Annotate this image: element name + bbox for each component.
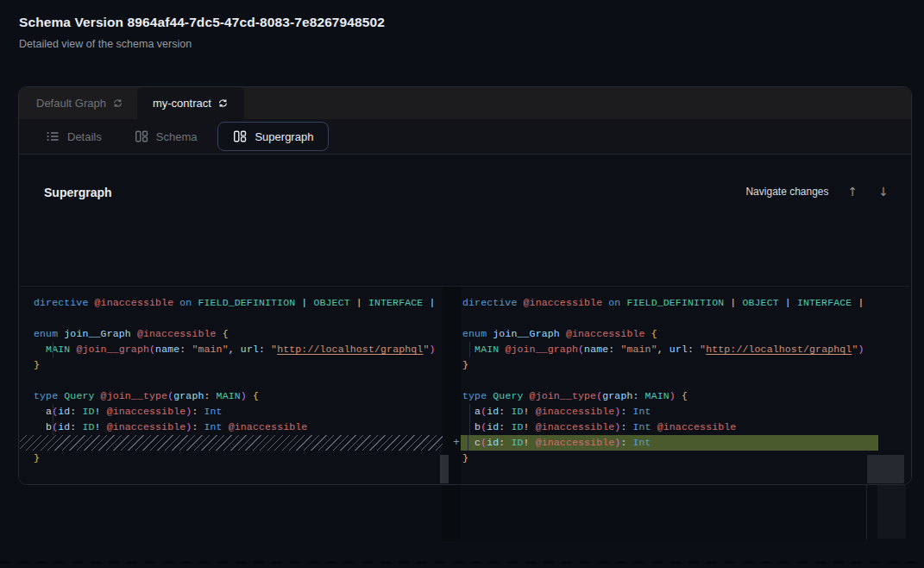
subtab-supergraph[interactable]: Supergraph: [217, 122, 329, 151]
removed-placeholder-line: [20, 435, 443, 451]
navigate-previous-button[interactable]: ↑: [846, 184, 860, 199]
variant-fork-icon: [217, 98, 229, 109]
added-code-line: c(id: ID! @inaccessible): Int: [461, 435, 878, 451]
navigate-next-button[interactable]: ↓: [877, 184, 890, 199]
tab-default-graph[interactable]: Default Graph: [19, 87, 137, 119]
code-line: directive @inaccessible on FIELD_DEFINIT…: [462, 295, 878, 311]
indent-guide: [53, 404, 53, 420]
graph-variant-tabbar: Default Graph my-contract: [19, 87, 911, 119]
code-line: }: [34, 357, 443, 373]
code-line: [462, 311, 878, 326]
page-title: Schema Version 8964af44-7dc5-47cd-8083-7…: [19, 15, 385, 30]
page-subtitle: Detailed view of the schema version: [19, 38, 192, 50]
code-line: enum join__Graph @inaccessible {: [462, 326, 878, 342]
diff-left-pane[interactable]: directive @inaccessible on FIELD_DEFINIT…: [20, 287, 443, 483]
code-line: enum join__Graph @inaccessible {: [34, 326, 443, 342]
indent-guide: [468, 435, 468, 451]
code-line: }: [462, 451, 878, 466]
code-line: a(id: ID! @inaccessible): Int: [34, 404, 443, 420]
diff-pane-divider: [443, 287, 461, 483]
editor-overflow-background: [460, 485, 866, 542]
code-line: [34, 311, 443, 326]
navigate-changes: Navigate changes ↑ ↓: [745, 184, 890, 199]
right-pane-scrollbar[interactable]: [867, 455, 904, 483]
bottom-dashed-edge: [0, 561, 924, 564]
subtab-label: Schema: [156, 130, 198, 143]
subtab-details[interactable]: Details: [34, 122, 114, 151]
indent-guide: [469, 342, 470, 357]
columns-icon: [135, 129, 148, 143]
code-line: type Query @join__type(graph: MAIN) {: [462, 388, 878, 404]
code-line: [462, 373, 878, 388]
code-line: b(id: ID! @inaccessible): Int @inaccessi…: [462, 420, 878, 435]
tab-label: my-contract: [153, 97, 211, 110]
indent-guide: [53, 342, 53, 357]
indent-guide: [469, 404, 470, 420]
code-line: type Query @join__type(graph: MAIN) {: [34, 388, 443, 404]
added-line-marker: +: [448, 435, 465, 451]
supergraph-section: Supergraph Navigate changes ↑ ↓ directiv…: [19, 155, 911, 484]
subtab-label: Supergraph: [255, 130, 313, 143]
code-line: }: [34, 451, 443, 466]
code-line: }: [462, 357, 878, 373]
arrow-up-icon: ↑: [848, 186, 858, 198]
tab-my-contract[interactable]: my-contract: [137, 87, 244, 119]
code-line: [34, 373, 443, 388]
code-line: MAIN @join__graph(name: "main", url: "ht…: [34, 342, 443, 357]
editor-overflow-divider: [442, 485, 460, 541]
indent-guide: [53, 420, 53, 435]
subtab-schema[interactable]: Schema: [123, 122, 210, 151]
tab-label: Default Graph: [36, 97, 106, 110]
arrow-down-icon: ↓: [878, 186, 889, 198]
subtab-label: Details: [67, 130, 102, 143]
panel-title: Supergraph: [44, 186, 112, 199]
indent-guide: [469, 420, 470, 435]
code-line: a(id: ID! @inaccessible): Int: [462, 404, 878, 420]
editor-overflow-border: [866, 485, 867, 540]
list-icon: [46, 129, 60, 143]
left-pane-scrollbar[interactable]: [440, 455, 449, 483]
diff-right-pane[interactable]: directive @inaccessible on FIELD_DEFINIT…: [461, 287, 878, 483]
schema-diff-editor: directive @inaccessible on FIELD_DEFINIT…: [20, 287, 910, 483]
code-line: MAIN @join__graph(name: "main", url: "ht…: [462, 342, 878, 357]
variant-fork-icon: [112, 98, 123, 109]
code-line: directive @inaccessible on FIELD_DEFINIT…: [34, 295, 443, 311]
navigate-changes-label: Navigate changes: [745, 186, 828, 198]
editor-overflow-ruler: [877, 485, 906, 539]
view-subtabs: Details Schema Supergraph: [19, 119, 911, 155]
columns-icon: [233, 129, 247, 143]
code-line: b(id: ID! @inaccessible): Int @inaccessi…: [34, 420, 443, 435]
schema-version-panel: Default Graph my-contract: [18, 86, 912, 485]
